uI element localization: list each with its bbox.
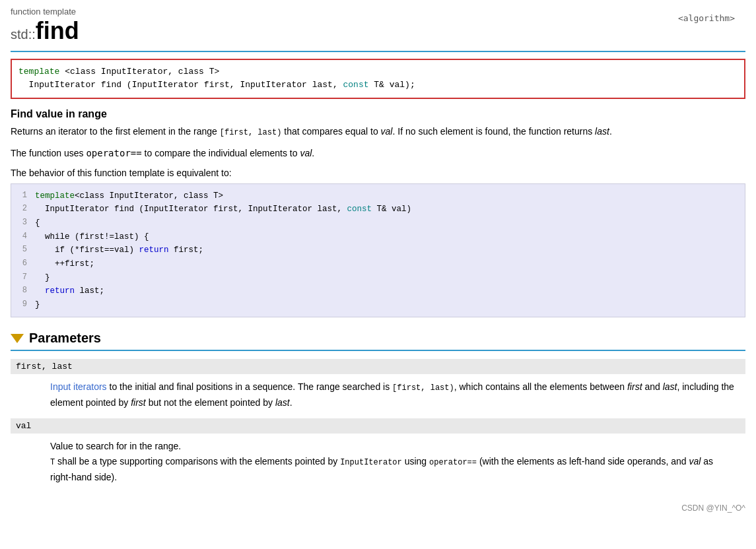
- parameters-section: Parameters first, last Input iterators t…: [11, 331, 745, 488]
- description-paragraph2: The function uses operator== to compare …: [11, 146, 745, 160]
- code-line-4: 4 while (first!=last) {: [11, 230, 745, 244]
- code-line-3: 3 {: [11, 216, 745, 230]
- param-item-first-last: first, last Input iterators to the initi…: [11, 359, 745, 413]
- page-title: std::find: [11, 18, 745, 44]
- footer-watermark: CSDN @YIN_^O^: [11, 501, 745, 513]
- signature-line2: InputIterator find (InputIterator first,…: [18, 79, 738, 92]
- param-name-first-last: first, last: [11, 359, 745, 374]
- function-label: function template: [11, 7, 745, 16]
- code-line-7: 7 }: [11, 271, 745, 285]
- param-item-val: val Value to search for in the range. T …: [11, 418, 745, 488]
- code-line-1: 1 template<class InputIterator, class T>: [11, 189, 745, 203]
- signature-line1: template <class InputIterator, class T>: [18, 65, 738, 79]
- code-line-5: 5 if (*first==val) return first;: [11, 243, 745, 257]
- description-paragraph3: The behavior of this function template i…: [11, 168, 745, 178]
- signature-box: template <class InputIterator, class T> …: [11, 59, 745, 100]
- code-block-equivalent: 1 template<class InputIterator, class T>…: [11, 183, 745, 318]
- algorithm-tag: <algorithm>: [678, 13, 735, 23]
- param-desc-val: Value to search for in the range. T shal…: [11, 436, 745, 488]
- parameters-title: Parameters: [29, 331, 101, 346]
- param-desc-first-last: Input iterators to the initial and final…: [11, 377, 745, 413]
- parameters-header: Parameters: [11, 331, 745, 351]
- input-iterators-link[interactable]: Input iterators: [50, 381, 107, 392]
- code-line-9: 9 }: [11, 298, 745, 312]
- description-paragraph1: Returns an iterator to the first element…: [11, 124, 745, 139]
- code-line-6: 6 ++first;: [11, 257, 745, 271]
- code-line-2: 2 InputIterator find (InputIterator firs…: [11, 203, 745, 216]
- find-value-heading: Find value in range: [11, 108, 745, 120]
- std-prefix: std::: [11, 27, 36, 42]
- param-name-val: val: [11, 418, 745, 434]
- code-line-8: 8 return last;: [11, 284, 745, 298]
- triangle-icon: [11, 334, 24, 343]
